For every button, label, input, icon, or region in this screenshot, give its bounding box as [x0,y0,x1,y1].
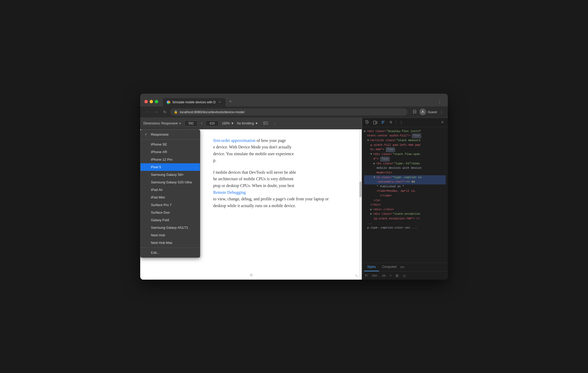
expand-arrow[interactable]: ▼ [370,152,372,157]
menu-item-iphone-se[interactable]: iPhone SE [140,141,200,148]
html-tag: ntent-center width-full"> [367,134,410,138]
back-button[interactable]: ← [144,109,151,115]
menu-item-edit[interactable]: Edit... [140,249,200,256]
scrollbar-thumb[interactable] [359,182,362,197]
add-sensor-icon[interactable] [262,120,269,127]
menu-item-galaxy-fold[interactable]: Galaxy Fold [140,216,200,224]
zoom-select[interactable]: 100% ▼ [222,122,234,125]
menu-label-galaxy-fold: Galaxy Fold [151,218,169,222]
html-line: -secondary-text"> == $0 [364,180,446,184]
settings-icon[interactable]: ⚙ [388,119,394,126]
flex-badge: flex [386,147,395,152]
menu-item-surface-duo[interactable]: Surface Duo [140,209,200,216]
html-tag: <div>…</div> [373,207,394,212]
html-tag: Mode</h1> [377,171,392,175]
address-bar-input[interactable]: 🔒 localhost:8080/docs/devtools/device-mo… [170,109,407,116]
html-line: ▶ <div>…</div> [364,207,446,212]
devtools-close-icon[interactable]: ✕ [439,119,446,126]
hov-button[interactable]: :hov [371,273,378,278]
resize-handle[interactable]: ⤡ [355,273,358,278]
html-line-selected[interactable]: ▼ <p class="type--caption co [364,175,446,180]
html-tag: g width-full pad-left-400 pad [370,143,420,148]
forward-button[interactable]: → [153,109,160,115]
first-order-link[interactable]: first-order approximation [213,138,255,143]
expand-arrow[interactable]: ▼ [367,138,369,143]
throttle-dropdown-arrow: ▼ [255,122,258,125]
device-mode-icon[interactable] [372,119,379,126]
html-text: " Published on " [377,184,404,189]
paragraph-3: device. You simulate the mobile user exp… [213,151,351,157]
menu-item-surface-pro[interactable]: Surface Pro 7 [140,201,200,209]
inspector-icon[interactable] [364,119,371,126]
html-tag: <div class= [373,212,392,216]
menu-divider-2 [140,248,200,248]
zoom-label: 100% [222,122,230,125]
account-button[interactable]: Guest [419,109,437,115]
devtools-tabs: Styles Computed >> [362,263,448,272]
bookmark-icon[interactable] [413,110,417,115]
tab-main[interactable]: Simulate mobile devices with D ✕ [163,98,225,106]
filter-icon[interactable]: Fi [364,273,369,278]
scrollbar-track[interactable] [359,129,362,280]
menu-item-responsive[interactable]: ✓ Responsive [140,131,200,138]
html-selector-text: p.type--caption.color-sec ... [367,226,417,230]
menu-label-iphone-12-pro: iPhone 12 Pro [151,158,172,161]
tab-computed[interactable]: Computed [379,263,400,271]
menu-label-ipad-mini: iPad Mini [151,195,165,199]
menu-label-pixel-5: Pixel 5 [151,165,161,169]
width-input[interactable] [185,121,198,126]
dimension-separator: × [201,122,203,125]
toggle-sidebar-icon[interactable]: ◁ [402,273,406,278]
html-line: ntent-center width-full"> flex [364,134,446,138]
cls-button[interactable]: .cls [380,273,387,278]
simulated-page: ✓ Responsive iPhone SE iPhone XR iPh [140,129,362,280]
browser-menu-icon[interactable]: ⋮ [439,110,444,115]
expand-arrow[interactable]: ▶ [370,207,372,212]
menu-item-pixel-5[interactable]: Pixel 5 [140,163,200,171]
remote-debugging-link[interactable]: Remote Debugging [213,190,246,195]
html-line: Mode</h1> [364,171,446,175]
more-tools-icon[interactable]: ⋮ [398,119,405,126]
html-inspector[interactable]: ▶ <div class="display-flex justif ntent-… [362,127,448,263]
reload-button[interactable]: ↻ [162,109,168,116]
menu-item-iphone-xr[interactable]: iPhone XR [140,148,200,156]
expand-arrow[interactable]: ▶ [373,161,375,166]
html-tag: </p> [373,198,380,203]
elements-icon[interactable] [380,119,387,126]
menu-item-ipad-air[interactable]: iPad Air [140,186,200,194]
tab-more-button[interactable]: >> [400,265,404,269]
new-tab-button[interactable]: + [226,97,235,106]
html-line: </div> [364,203,446,207]
menu-item-samsung-a51[interactable]: Samsung Galaxy A51/71 [140,224,200,231]
new-style-rule-icon[interactable]: ⊞ [395,273,400,278]
expand-arrow[interactable]: ▶ [370,212,372,216]
devtools-bottom: Styles Computed >> Fi :hov .cls + ⊞ ◁ [362,263,448,280]
expand-arrow[interactable]: ▶ [364,129,366,134]
maximize-button[interactable] [155,100,158,103]
address-url[interactable]: localhost:8080/docs/devtools/device-mode… [180,110,404,114]
tab-close-button[interactable]: ✕ [218,100,222,104]
menu-item-iphone-12-pro[interactable]: iPhone 12 Pro [140,156,200,163]
height-input[interactable] [206,121,219,126]
throttle-select[interactable]: No throttling ▼ [237,122,258,125]
menu-item-samsung-s8[interactable]: Samsung Galaxy S8+ [140,171,200,178]
menu-item-nest-hub-max[interactable]: Nest Hub Max [140,239,200,246]
html-attr-val: "stack flow-spac [393,152,420,157]
tab-styles[interactable]: Styles [364,263,379,271]
html-tag: <div class= [373,152,392,157]
menu-item-ipad-mini[interactable]: iPad Mini [140,194,200,201]
menu-item-samsung-s20[interactable]: Samsung Galaxy S20 Ultra [140,178,200,186]
close-button[interactable] [144,100,148,103]
paragraph-1: first-order approximation of how your pa… [213,137,351,144]
dimensions-select[interactable]: Dimensions: Responsive ▼ [143,122,181,125]
menu-item-nest-hub[interactable]: Nest Hub [140,231,200,239]
minimize-button[interactable] [150,100,153,103]
svg-rect-2 [413,110,416,113]
browser-window: Simulate mobile devices with D ✕ + ⋮ ← →… [140,94,448,280]
html-tag: <p class= [376,175,392,180]
tab-menu-button[interactable]: ⋮ [436,98,444,106]
main-content: Dimensions: Responsive ▼ × 100% ▼ No thr… [140,118,448,280]
more-options-icon[interactable]: ⋮ [272,120,278,127]
add-rule-button[interactable]: + [389,273,392,278]
expand-arrow[interactable]: ▼ [373,175,375,180]
